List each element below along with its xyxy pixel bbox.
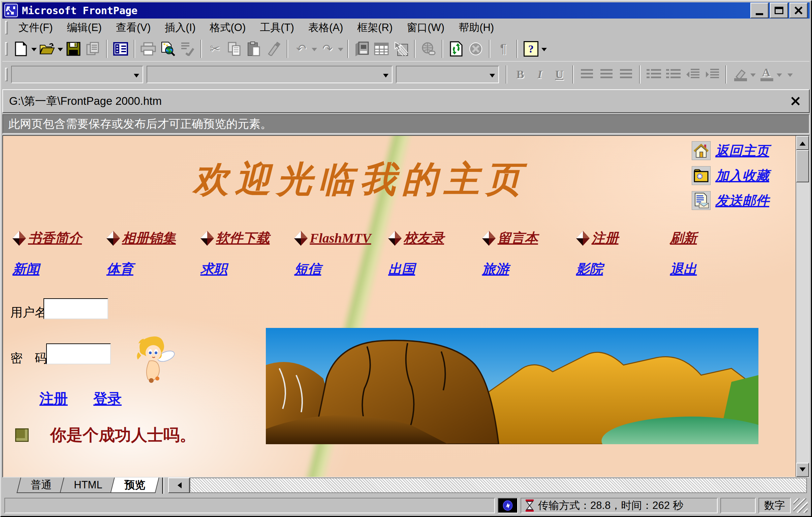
nav-link-abroad[interactable]: 出国 [388,260,482,278]
font-color-button[interactable]: A [756,65,776,84]
tab-html[interactable]: HTML [60,478,116,493]
document-close-button[interactable] [788,94,803,108]
help-button[interactable]: ? [521,39,541,58]
publish-web-button[interactable] [83,39,103,58]
maximize-button[interactable] [770,3,788,18]
new-page-button[interactable] [11,39,31,58]
format-painter-button[interactable] [264,39,283,58]
redo-dropdown[interactable] [338,48,343,54]
insert-picture-button[interactable] [391,39,411,58]
open-dropdown[interactable] [58,48,63,54]
numbered-list-button[interactable] [644,65,663,84]
align-left-button[interactable] [577,65,597,84]
preview-in-browser-button[interactable] [158,39,178,58]
menu-window[interactable]: 窗口(W) [400,19,451,37]
help-dropdown[interactable] [542,48,547,54]
standard-toolbar-grip[interactable] [5,42,8,56]
minimize-button[interactable] [750,3,768,18]
undo-button[interactable]: ↶ [291,39,311,58]
menubar-grip[interactable] [5,21,8,34]
menu-edit[interactable]: 编辑(E) [60,19,109,37]
align-center-button[interactable] [597,65,616,84]
paste-button[interactable] [244,39,264,58]
italic-button[interactable]: I [530,65,550,84]
hyperlink-button[interactable] [419,39,438,58]
bulleted-list-icon [666,69,669,80]
increase-indent-button[interactable] [702,65,722,84]
scroll-up-button[interactable] [796,136,809,150]
insert-component-button[interactable] [352,39,372,58]
save-button[interactable] [64,39,83,58]
decrease-indent-button[interactable] [683,65,702,84]
menu-table[interactable]: 表格(A) [301,19,350,37]
folder-list-button[interactable] [111,39,130,58]
undo-dropdown[interactable] [312,48,317,54]
nav-link-sports[interactable]: 体育 [107,260,201,278]
username-input[interactable] [44,298,108,319]
quick-link-favorites[interactable]: 加入收藏 [692,166,769,185]
numbered-list-icon [646,69,649,80]
nav-link-news[interactable]: 新闻 [12,260,107,278]
nav-link-refresh[interactable]: 刷新 [670,229,764,248]
quick-link-home[interactable]: 返回主页 [692,141,769,160]
nav-link-guestbook[interactable]: 留言本 [482,229,576,248]
tab-scroll-left-button[interactable] [168,478,190,493]
copy-button[interactable] [225,39,244,58]
horizontal-scroll-track[interactable] [190,478,807,493]
new-page-dropdown[interactable] [31,48,37,54]
style-combobox[interactable] [11,66,143,83]
align-right-button[interactable] [616,65,636,84]
open-button[interactable] [37,39,57,58]
nav-link-albums[interactable]: 相册锦集 [107,229,201,248]
nav-link-register-top[interactable]: 注册 [576,229,670,248]
nav-link-flashmtv[interactable]: FlashMTV [294,230,388,246]
menu-tools[interactable]: 工具(T) [253,19,301,37]
nav-link-alumni[interactable]: 校友录 [388,229,482,248]
quick-link-mail-label[interactable]: 发送邮件 [715,192,769,210]
scrollbar-track[interactable] [796,182,809,463]
quick-link-favorites-label[interactable]: 加入收藏 [715,167,769,185]
font-color-dropdown[interactable] [777,74,782,80]
insert-table-button[interactable] [372,39,391,58]
nav-link-cinema[interactable]: 影院 [576,260,670,278]
nav-link-exit[interactable]: 退出 [670,260,764,278]
nav-link-travel[interactable]: 旅游 [482,260,576,278]
highlight-color-button[interactable] [730,65,750,84]
quick-link-mail[interactable]: 发送邮件 [692,191,769,210]
nav-link-intro[interactable]: 书香简介 [12,229,107,248]
menu-format[interactable]: 格式(O) [203,19,253,37]
redo-button[interactable]: ↷ [318,39,337,58]
font-size-combobox[interactable] [396,66,499,83]
register-link[interactable]: 注册 [39,389,68,408]
cut-button[interactable]: ✂ [205,39,225,58]
scrollbar-thumb[interactable] [796,150,809,182]
more-buttons-dropdown[interactable] [787,74,793,80]
menu-frames[interactable]: 框架(R) [350,19,399,37]
highlight-color-dropdown[interactable] [750,74,756,80]
close-button[interactable] [789,3,808,18]
formatting-toolbar-grip[interactable] [5,68,8,81]
login-link[interactable]: 登录 [93,389,122,408]
resize-grip[interactable] [793,498,808,513]
menu-file[interactable]: 文件(F) [12,19,60,37]
print-button[interactable] [139,39,158,58]
stop-button[interactable] [466,39,486,58]
scroll-down-button[interactable] [796,463,809,477]
refresh-button[interactable] [446,39,466,58]
menu-insert[interactable]: 插入(I) [158,19,202,37]
quick-link-home-label[interactable]: 返回主页 [715,142,769,160]
nav-link-software[interactable]: 软件下载 [201,229,294,248]
spelling-button[interactable] [178,39,197,58]
nav-link-jobs[interactable]: 求职 [201,260,294,278]
bold-button[interactable]: B [511,65,530,84]
underline-button[interactable]: U [550,65,569,84]
nav-link-sms[interactable]: 短信 [294,260,388,278]
font-combobox[interactable] [147,66,393,83]
menu-help[interactable]: 帮助(H) [452,19,501,37]
show-paragraph-button[interactable]: ¶ [494,39,513,58]
tab-preview[interactable]: 预览 [111,478,160,493]
password-input[interactable] [46,343,111,364]
menu-view[interactable]: 查看(V) [109,19,157,37]
tab-normal[interactable]: 普通 [17,478,65,493]
bulleted-list-button[interactable] [663,65,683,84]
